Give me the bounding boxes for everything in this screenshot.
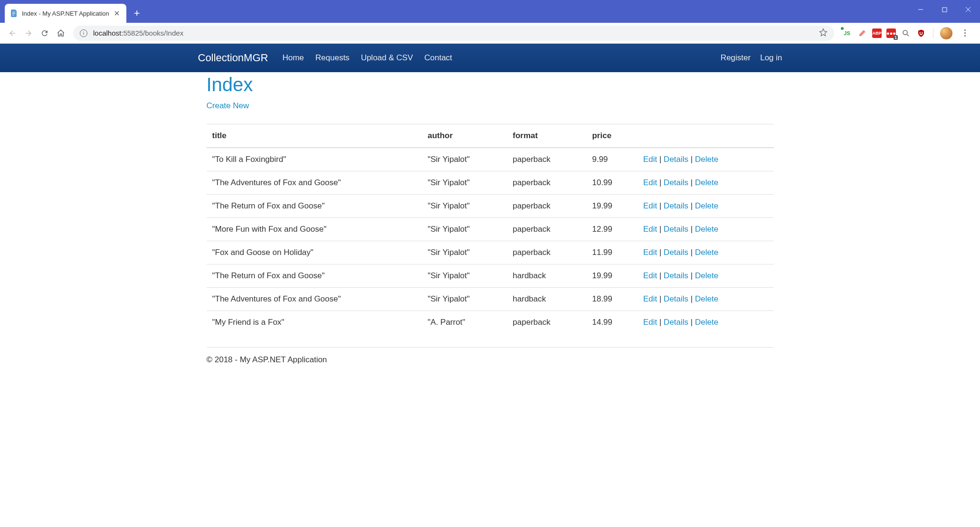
delete-link[interactable]: Delete xyxy=(695,201,718,210)
browser-menu-button[interactable] xyxy=(957,26,972,41)
cell-actions: Edit | Details | Delete xyxy=(637,288,774,311)
cell-actions: Edit | Details | Delete xyxy=(637,264,774,288)
js-extension-icon[interactable]: JS xyxy=(842,28,852,38)
nav-link-requests[interactable]: Requests xyxy=(315,53,350,63)
nav-link-login[interactable]: Log in xyxy=(760,53,782,63)
delete-link[interactable]: Delete xyxy=(695,155,718,164)
site-info-icon[interactable]: i xyxy=(80,29,87,37)
table-row: "Fox and Goose on Holiday""Sir Yipalot"p… xyxy=(207,241,774,264)
abp-extension-icon[interactable]: ABP xyxy=(872,28,882,38)
browser-titlebar: Index - My ASP.NET Application + xyxy=(0,0,980,23)
cell-format: paperback xyxy=(507,218,586,241)
details-link[interactable]: Details xyxy=(664,294,688,303)
cell-format: paperback xyxy=(507,195,586,218)
edit-link[interactable]: Edit xyxy=(643,178,657,187)
cell-actions: Edit | Details | Delete xyxy=(637,311,774,334)
separator xyxy=(933,28,933,38)
table-row: "The Return of Fox and Goose""Sir Yipalo… xyxy=(207,264,774,288)
col-actions xyxy=(637,124,774,148)
cell-author: "Sir Yipalot" xyxy=(422,264,507,288)
cell-format: hardback xyxy=(507,264,586,288)
cell-price: 10.99 xyxy=(586,171,637,195)
nav-link-home[interactable]: Home xyxy=(282,53,304,63)
document-icon xyxy=(10,9,18,17)
cell-format: paperback xyxy=(507,311,586,334)
cell-format: paperback xyxy=(507,171,586,195)
window-controls xyxy=(909,0,980,19)
reload-button[interactable] xyxy=(37,26,52,41)
nav-link-upload[interactable]: Upload & CSV xyxy=(361,53,413,63)
details-link[interactable]: Details xyxy=(664,248,688,257)
details-link[interactable]: Details xyxy=(664,225,688,234)
new-tab-button[interactable]: + xyxy=(134,4,140,23)
cell-actions: Edit | Details | Delete xyxy=(637,148,774,171)
address-bar[interactable]: i localhost:55825/books/Index xyxy=(73,26,834,41)
nav-link-register[interactable]: Register xyxy=(721,53,751,63)
browser-tab[interactable]: Index - My ASP.NET Application xyxy=(5,4,126,23)
minimize-button[interactable] xyxy=(909,0,932,19)
cell-author: "Sir Yipalot" xyxy=(422,195,507,218)
delete-link[interactable]: Delete xyxy=(695,225,718,234)
details-link[interactable]: Details xyxy=(664,178,688,187)
eraser-extension-icon[interactable] xyxy=(857,28,867,38)
details-link[interactable]: Details xyxy=(664,155,688,164)
cell-format: paperback xyxy=(507,148,586,171)
cell-title: "Fox and Goose on Holiday" xyxy=(207,241,422,264)
cell-actions: Edit | Details | Delete xyxy=(637,218,774,241)
brand-logo[interactable]: CollectionMGR xyxy=(198,52,268,64)
home-button[interactable] xyxy=(53,26,68,41)
delete-link[interactable]: Delete xyxy=(695,271,718,280)
svg-rect-0 xyxy=(942,8,947,12)
edit-link[interactable]: Edit xyxy=(643,201,657,210)
delete-link[interactable]: Delete xyxy=(695,318,718,327)
forward-button[interactable] xyxy=(21,26,36,41)
delete-link[interactable]: Delete xyxy=(695,248,718,257)
delete-link[interactable]: Delete xyxy=(695,178,718,187)
maximize-button[interactable] xyxy=(932,0,956,19)
page-content: Index Create New title author format pri… xyxy=(198,74,782,379)
details-link[interactable]: Details xyxy=(664,201,688,210)
svg-point-1 xyxy=(903,30,907,35)
cell-actions: Edit | Details | Delete xyxy=(637,171,774,195)
ublock-icon[interactable] xyxy=(916,28,926,38)
back-button[interactable] xyxy=(5,26,20,41)
profile-avatar[interactable] xyxy=(940,27,952,39)
details-link[interactable]: Details xyxy=(664,271,688,280)
edit-link[interactable]: Edit xyxy=(643,271,657,280)
nav-link-contact[interactable]: Contact xyxy=(424,53,452,63)
cell-title: "More Fun with Fox and Goose" xyxy=(207,218,422,241)
cell-author: "Sir Yipalot" xyxy=(422,288,507,311)
close-tab-icon[interactable] xyxy=(113,9,121,17)
delete-link[interactable]: Delete xyxy=(695,294,718,303)
bookmark-star-icon[interactable] xyxy=(819,28,828,38)
page-title: Index xyxy=(207,74,774,95)
edit-link[interactable]: Edit xyxy=(643,318,657,327)
rec-extension-icon[interactable]: ●●●1 xyxy=(886,28,896,38)
url-text: localhost:55825/books/Index xyxy=(93,29,183,37)
details-link[interactable]: Details xyxy=(664,318,688,327)
edit-link[interactable]: Edit xyxy=(643,155,657,164)
table-row: "To Kill a Foxingbird""Sir Yipalot"paper… xyxy=(207,148,774,171)
cell-title: "To Kill a Foxingbird" xyxy=(207,148,422,171)
search-extension-icon[interactable] xyxy=(901,28,911,38)
cell-title: "The Adventures of Fox and Goose" xyxy=(207,288,422,311)
edit-link[interactable]: Edit xyxy=(643,294,657,303)
table-row: "My Friend is a Fox""A. Parrot"paperback… xyxy=(207,311,774,334)
cell-title: "The Return of Fox and Goose" xyxy=(207,195,422,218)
cell-author: "A. Parrot" xyxy=(422,311,507,334)
footer-text: © 2018 - My ASP.NET Application xyxy=(207,348,774,379)
edit-link[interactable]: Edit xyxy=(643,248,657,257)
create-new-link[interactable]: Create New xyxy=(207,101,249,111)
browser-toolbar: i localhost:55825/books/Index JS ABP ●●●… xyxy=(0,23,980,44)
cell-author: "Sir Yipalot" xyxy=(422,218,507,241)
edit-link[interactable]: Edit xyxy=(643,225,657,234)
close-window-button[interactable] xyxy=(956,0,980,19)
col-format: format xyxy=(507,124,586,148)
table-row: "The Adventures of Fox and Goose""Sir Yi… xyxy=(207,288,774,311)
page-viewport[interactable]: CollectionMGR Home Requests Upload & CSV… xyxy=(0,44,980,527)
extension-icons: JS ABP ●●●1 xyxy=(839,26,975,41)
cell-price: 9.99 xyxy=(586,148,637,171)
cell-price: 11.99 xyxy=(586,241,637,264)
cell-price: 19.99 xyxy=(586,264,637,288)
cell-title: "The Return of Fox and Goose" xyxy=(207,264,422,288)
